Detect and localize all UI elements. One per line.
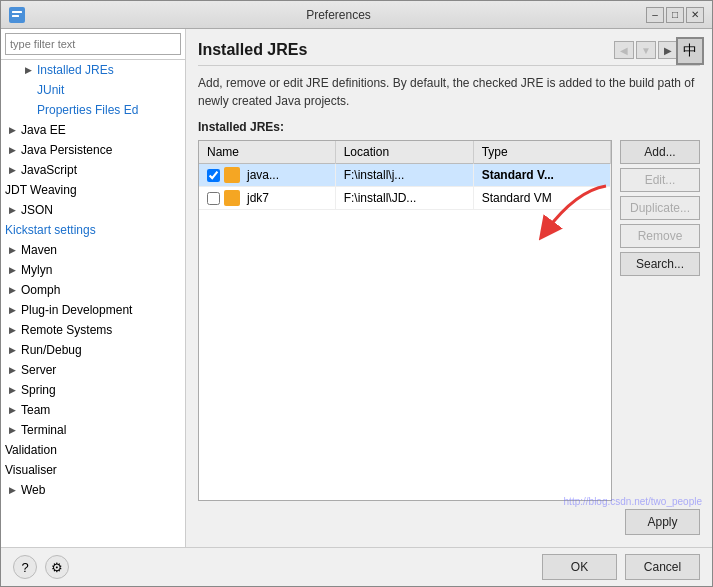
window-title: Preferences	[31, 8, 646, 22]
expand-icon: ▶	[5, 123, 19, 137]
sidebar-item-label: Remote Systems	[21, 323, 112, 337]
expand-icon: ▶	[5, 423, 19, 437]
ok-button[interactable]: OK	[542, 554, 617, 580]
add-button[interactable]: Add...	[620, 140, 700, 164]
sidebar-item-maven[interactable]: ▶ Maven	[1, 240, 185, 260]
help-button[interactable]: ?	[13, 555, 37, 579]
col-header-name[interactable]: Name	[199, 141, 335, 164]
sidebar-item-label: Maven	[21, 243, 57, 257]
col-header-location[interactable]: Location	[335, 141, 473, 164]
cancel-button[interactable]: Cancel	[625, 554, 700, 580]
table-row[interactable]: java... F:\install\j... Standard V...	[199, 164, 611, 187]
expand-icon: ▶	[5, 483, 19, 497]
duplicate-button[interactable]: Duplicate...	[620, 196, 700, 220]
sidebar-item-server[interactable]: ▶ Server	[1, 360, 185, 380]
search-box-container	[1, 29, 185, 60]
sidebar-item-label: JSON	[21, 203, 53, 217]
sidebar-item-mylyn[interactable]: ▶ Mylyn	[1, 260, 185, 280]
title-bar: Preferences – □ ✕	[1, 1, 712, 29]
forward-button[interactable]: ▶	[658, 41, 678, 59]
main-panel: 中 Installed JREs ◀ ▼ ▶ ▼ Add, remove or …	[186, 29, 712, 547]
panel-header: Installed JREs ◀ ▼ ▶ ▼	[198, 41, 700, 66]
expand-icon: ▶	[5, 163, 19, 177]
settings-icon: ⚙	[51, 560, 63, 575]
jre-icon	[224, 167, 240, 183]
edit-button[interactable]: Edit...	[620, 168, 700, 192]
sidebar-item-oomph[interactable]: ▶ Oomph	[1, 280, 185, 300]
apply-button[interactable]: Apply	[625, 509, 700, 535]
section-label: Installed JREs:	[198, 120, 700, 134]
jre-name: java...	[247, 168, 279, 182]
sidebar-item-properties[interactable]: Properties Files Ed	[1, 100, 185, 120]
remove-button[interactable]: Remove	[620, 224, 700, 248]
sidebar-item-label: Oomph	[21, 283, 60, 297]
table-header-row: Name Location Type	[199, 141, 611, 164]
table-row[interactable]: jdk7 F:\install\JD... Standard VM	[199, 187, 611, 210]
sidebar-item-label: Kickstart settings	[5, 223, 96, 237]
jre-name-cell: java...	[199, 164, 335, 187]
sidebar-item-validation[interactable]: Validation	[1, 440, 185, 460]
preferences-window: Preferences – □ ✕ ▶ Installed JREs JUnit	[0, 0, 713, 587]
sidebar-item-label: Java EE	[21, 123, 66, 137]
sidebar-item-spring[interactable]: ▶ Spring	[1, 380, 185, 400]
sidebar-item-label: Run/Debug	[21, 343, 82, 357]
sidebar-item-json[interactable]: ▶ JSON	[1, 200, 185, 220]
expand-icon: ▶	[5, 323, 19, 337]
sidebar-item-java-persistence[interactable]: ▶ Java Persistence	[1, 140, 185, 160]
help-icon: ?	[21, 560, 28, 575]
sidebar-item-terminal[interactable]: ▶ Terminal	[1, 420, 185, 440]
sidebar-item-label: Java Persistence	[21, 143, 112, 157]
sidebar-item-label: Properties Files Ed	[37, 103, 138, 117]
expand-icon: ▶	[5, 363, 19, 377]
search-button[interactable]: Search...	[620, 252, 700, 276]
side-buttons: Add... Edit... Duplicate... Remove Searc…	[620, 140, 700, 501]
sidebar-item-web[interactable]: ▶ Web	[1, 480, 185, 500]
expand-icon: ▶	[5, 403, 19, 417]
panel-title-text: Installed JREs	[198, 41, 307, 59]
jre-icon	[224, 190, 240, 206]
svg-rect-1	[12, 11, 22, 13]
sidebar-item-label: JavaScript	[21, 163, 77, 177]
sidebar-item-team[interactable]: ▶ Team	[1, 400, 185, 420]
back-button[interactable]: ◀	[614, 41, 634, 59]
close-button[interactable]: ✕	[686, 7, 704, 23]
minimize-button[interactable]: –	[646, 7, 664, 23]
jre-type-cell: Standard V...	[473, 164, 610, 187]
settings-button[interactable]: ⚙	[45, 555, 69, 579]
sidebar-item-remote-systems[interactable]: ▶ Remote Systems	[1, 320, 185, 340]
sidebar-item-plugin-dev[interactable]: ▶ Plug-in Development	[1, 300, 185, 320]
watermark: http://blog.csdn.net/two_people	[564, 496, 702, 507]
expand-icon: ▶	[5, 383, 19, 397]
col-header-type[interactable]: Type	[473, 141, 610, 164]
sidebar-item-label: Server	[21, 363, 56, 377]
jre-location-cell: F:\install\j...	[335, 164, 473, 187]
jre-table-container: Name Location Type	[198, 140, 700, 501]
sidebar-item-run-debug[interactable]: ▶ Run/Debug	[1, 340, 185, 360]
sidebar-item-label: Plug-in Development	[21, 303, 132, 317]
filter-input[interactable]	[5, 33, 181, 55]
sidebar: ▶ Installed JREs JUnit Properties Files …	[1, 29, 186, 547]
sidebar-item-junit[interactable]: JUnit	[1, 80, 185, 100]
sidebar-item-installed-jres[interactable]: ▶ Installed JREs	[1, 60, 185, 80]
sidebar-item-label: JUnit	[37, 83, 64, 97]
tree-container: ▶ Installed JREs JUnit Properties Files …	[1, 60, 185, 547]
maximize-button[interactable]: □	[666, 7, 684, 23]
footer-bar: ? ⚙ OK Cancel	[1, 547, 712, 586]
sidebar-item-visualiser[interactable]: Visualiser	[1, 460, 185, 480]
sidebar-item-javascript[interactable]: ▶ JavaScript	[1, 160, 185, 180]
expand-icon: ▶	[5, 243, 19, 257]
jre-table: Name Location Type	[199, 141, 611, 210]
sidebar-item-java-ee[interactable]: ▶ Java EE	[1, 120, 185, 140]
jre-checkbox[interactable]	[207, 169, 220, 182]
expand-icon: ▶	[5, 203, 19, 217]
sidebar-item-jdt-weaving[interactable]: JDT Weaving	[1, 180, 185, 200]
sidebar-item-kickstart[interactable]: Kickstart settings	[1, 220, 185, 240]
sidebar-item-label: Validation	[5, 443, 57, 457]
sidebar-item-label: Web	[21, 483, 45, 497]
jre-checkbox[interactable]	[207, 192, 220, 205]
expand-icon: ▶	[5, 143, 19, 157]
chinese-char-button[interactable]: 中	[676, 37, 704, 65]
jre-table-wrapper: Name Location Type	[198, 140, 612, 501]
jre-location-cell: F:\install\JD...	[335, 187, 473, 210]
nav-dropdown-button[interactable]: ▼	[636, 41, 656, 59]
